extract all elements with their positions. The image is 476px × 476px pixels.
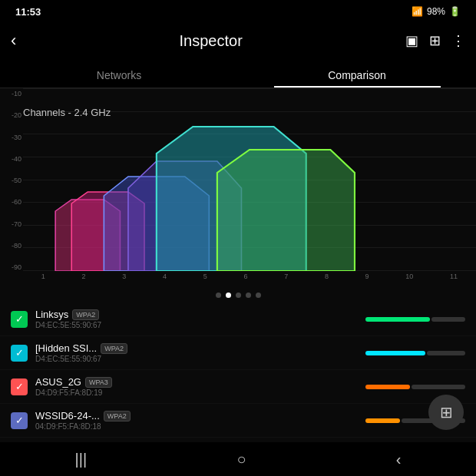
wifi-icon: 📶 [412,6,423,17]
network-name-2: ASUS_2G [35,376,81,388]
network-mac-2: D4:D9:F5:FA:8D:19 [35,388,358,397]
chart-area: -10 -20 -30 -40 -50 -60 -70 -80 -90 [0,88,476,288]
page-dots [0,288,476,302]
network-checkbox-3[interactable]: ✓ [11,412,28,429]
network-item[interactable]: ✓ WSSID6-24-... WPA2 04:D9:F5:FA:8D:18 [0,404,476,438]
back-button-nav[interactable]: ‹ [396,451,402,468]
network-info-2: ASUS_2G WPA3 D4:D9:F5:FA:8D:19 [35,376,358,397]
back-button[interactable]: ‹ [11,31,16,51]
network-info-0: Linksys WPA2 D4:EC:5E:55:90:67 [35,309,358,329]
page-title: Inspector [180,32,243,50]
dot-4[interactable] [246,293,251,298]
x-axis-labels: 1 2 3 4 5 6 7 8 9 10 11 [23,273,476,288]
signal-bar-0 [365,317,465,322]
bottom-nav: ||| ○ ‹ [0,442,476,476]
network-checkbox-0[interactable]: ✓ [11,311,28,328]
status-icons: 📶 98% 🔋 [412,6,461,17]
fab-button[interactable]: ⊞ [428,395,464,430]
tab-comparison[interactable]: Comparison [238,60,476,88]
battery-icon: 🔋 [449,6,461,17]
more-options-icon[interactable]: ⋮ [451,32,465,49]
network-mac-0: D4:EC:5E:55:90:67 [35,321,358,329]
network-badge-1: WPA2 [101,343,127,354]
network-item[interactable]: ✓ Linksys WPA2 D4:EC:5E:55:90:67 [0,302,476,336]
dot-3[interactable] [236,293,241,298]
stop-button[interactable]: ▣ [405,32,418,49]
network-badge-2: WPA3 [85,377,112,388]
network-badge-0: WPA2 [72,309,99,320]
status-bar: 11:53 📶 98% 🔋 [0,0,476,21]
tab-bar: Networks Comparison [0,60,476,88]
svg-marker-5 [217,150,355,271]
network-item[interactable]: ✓ [Hidden SSI... WPA2 D4:EC:5E:55:90:67 [0,336,476,370]
battery-text: 98% [427,6,445,17]
chart-inner: -10 -20 -30 -40 -50 -60 -70 -80 -90 [0,88,476,288]
dot-5[interactable] [256,293,261,298]
network-checkbox-2[interactable]: ✓ [11,378,28,395]
network-name-1: [Hidden SSI... [35,342,97,354]
network-name-3: WSSID6-24-... [35,410,100,421]
tab-networks[interactable]: Networks [0,60,238,88]
network-item[interactable]: ✓ ASUS_2G WPA3 D4:D9:F5:FA:8D:19 [0,370,476,404]
network-checkbox-1[interactable]: ✓ [11,345,28,362]
dot-2[interactable] [226,293,231,298]
fab-icon: ⊞ [440,403,453,421]
network-mac-3: 04:D9:F5:FA:8D:18 [35,422,358,431]
status-time: 11:53 [15,6,41,18]
home-button[interactable]: ○ [236,451,246,468]
network-info-1: [Hidden SSI... WPA2 D4:EC:5E:55:90:67 [35,342,358,363]
chart-svg [23,88,476,271]
signal-bar-2 [365,385,465,389]
nav-action-icons: ▣ ⊞ ⋮ [405,32,465,49]
dot-1[interactable] [216,293,221,298]
network-info-3: WSSID6-24-... WPA2 04:D9:F5:FA:8D:18 [35,410,358,431]
network-name-0: Linksys [35,309,68,320]
nav-bar: ‹ Inspector ▣ ⊞ ⋮ [0,21,476,60]
phone-container: 11:53 📶 98% 🔋 ‹ Inspector ▣ ⊞ ⋮ Networks… [0,0,476,476]
recent-apps-button[interactable]: ||| [75,451,88,468]
network-badge-3: WPA2 [104,411,131,421]
signal-bar-1 [365,351,465,355]
network-mac-1: D4:EC:5E:55:90:67 [35,355,358,363]
filter-icon[interactable]: ⊞ [429,32,441,49]
